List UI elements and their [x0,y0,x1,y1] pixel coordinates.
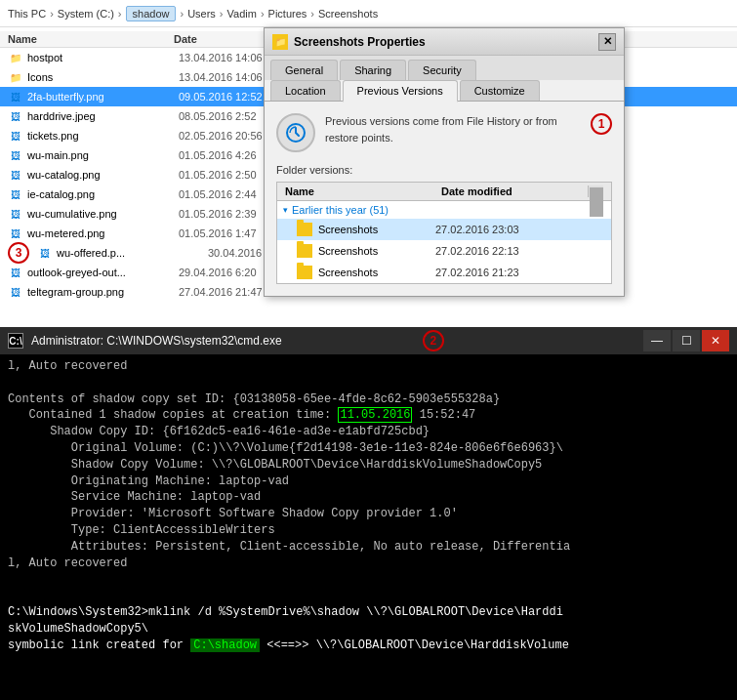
png-icon: 🖼 [8,284,23,300]
dialog-tabs-row2: Location Previous Versions Customize [265,80,624,102]
dialog-titlebar: 📁 Screenshots Properties ✕ [265,28,624,56]
version-name: Screenshots [318,245,435,257]
png-icon: 🖼 [8,186,23,202]
bc-thispc[interactable]: This PC [8,8,46,20]
version-name: Screenshots [318,267,435,278]
png-icon: 🖼 [8,265,23,280]
bc-systemc[interactable]: System (C:) [58,8,114,20]
bc-vadim[interactable]: Vadim [227,8,257,20]
cmd-line: Shadow Copy ID: {6f162dc5-ea16-461e-ad3e… [8,424,729,440]
tab-location[interactable]: Location [270,80,341,101]
file-name: wu-catalog.png [27,169,179,181]
cmd-line: l, Auto recovered [8,556,729,572]
versions-header: Name Date modified [277,183,611,201]
tab-security[interactable]: Security [408,60,476,80]
cmd-line: Service Machine: laptop-vad [8,489,729,506]
version-date: 27.02.2016 23:03 [435,224,603,235]
folder-icon: 📁 [8,50,23,65]
version-folder-icon [297,244,312,258]
tab-sharing[interactable]: Sharing [340,60,406,80]
bc-shadow[interactable]: shadow [126,6,177,21]
cmd-line: skVolumeShadowCopy5\ [8,621,729,638]
breadcrumb: This PC › System (C:) › shadow › Users ›… [0,0,737,27]
file-name: wu-cumulative.png [27,208,179,220]
cmd-line [8,375,729,391]
col-name-header: Name [8,33,174,45]
file-name: hostpot [27,52,179,63]
file-name: teltegram-group.png [27,286,179,298]
close-button[interactable]: ✕ [702,330,729,351]
version-item[interactable]: Screenshots 27.02.2016 23:03 [277,219,611,240]
versions-body: ▾ Earlier this year (51) Screenshots 27.… [277,201,611,283]
cmd-line: symbolic link created for C:\shadow <<==… [8,638,729,654]
folder-title-icon: 📁 [272,34,288,50]
png-icon: 🖼 [8,128,23,144]
version-item[interactable]: Screenshots 27.02.2016 22:13 [277,240,611,262]
cmd-line: Attributes: Persistent, Client-accessibl… [8,539,729,556]
cmd-line: Original Volume: (C:)\\?\Volume{f2d14198… [8,440,729,457]
png-icon: 🖼 [8,206,23,222]
cmd-line: Type: ClientAccessibleWriters [8,522,729,539]
cmd-icon: C:\ [8,333,23,349]
dialog-info: Previous versions come from File History… [276,113,612,152]
file-name: wu-metered.png [27,227,179,239]
file-name: tickets.png [27,130,179,142]
folder-versions-label: Folder versions: [276,164,612,176]
circle-3-annotation: 3 [8,242,29,264]
minimize-button[interactable]: — [643,330,671,351]
cmd-controls: — ☐ ✕ [643,330,729,351]
circle-1-annotation: 1 [591,113,612,135]
cmd-window: C:\ Administrator: C:\WINDOWS\system32\c… [0,327,737,700]
chevron-down-icon: ▾ [283,205,288,215]
version-group-label: Earlier this year (51) [292,204,389,216]
scrollbar-thumb[interactable] [590,187,603,217]
png-icon: 🖼 [8,167,23,183]
file-name: harddrive.jpeg [27,110,179,122]
cmd-line: Contained 1 shadow copies at creation ti… [8,407,729,424]
restore-button[interactable]: ☐ [673,330,700,351]
version-date: 27.02.2016 22:13 [435,245,603,257]
scrollbar[interactable] [588,185,603,197]
properties-dialog: 📁 Screenshots Properties ✕ General Shari… [264,27,625,297]
file-name: wu-main.png [27,149,179,161]
cmd-line: Shadow Copy Volume: \\?\GLOBALROOT\Devic… [8,457,729,474]
version-date: 27.02.2016 21:23 [435,267,603,278]
tab-general[interactable]: General [270,60,338,80]
dialog-body: Previous versions come from File History… [265,102,624,296]
bc-screenshots[interactable]: Screenshots [318,8,378,20]
tab-customize[interactable]: Customize [460,80,540,101]
dialog-info-text: Previous versions come from File History… [325,113,573,145]
file-name: Icons [27,71,179,83]
version-item[interactable]: Screenshots 27.02.2016 21:23 [277,262,611,283]
cmd-line: l, Auto recovered [8,358,729,375]
circle-2-annotation: 2 [423,330,444,351]
vh-name: Name [285,185,441,197]
cmd-line: Originating Machine: laptop-vad [8,474,729,490]
version-folder-icon [297,223,312,236]
cmd-line: C:\Windows\System32>mklink /d %SystemDri… [8,604,729,621]
dialog-close-button[interactable]: ✕ [598,33,616,51]
png-icon: 🖼 [37,245,53,261]
history-icon [276,113,315,152]
cmd-line [8,588,729,604]
cmd-line [8,571,729,588]
cmd-titlebar: C:\ Administrator: C:\WINDOWS\system32\c… [0,327,737,354]
file-name: ie-catalog.png [27,188,179,200]
tab-previous-versions[interactable]: Previous Versions [343,80,458,103]
cmd-line: Contents of shadow copy set ID: {0313805… [8,391,729,408]
png-icon: 🖼 [8,226,23,241]
cmd-body: l, Auto recovered Contents of shadow cop… [0,354,737,700]
jpeg-icon: 🖼 [8,108,23,124]
file-name: wu-offered.p... [57,247,208,259]
file-name: 2fa-butterfly.png [27,91,179,103]
png-icon: 🖼 [8,89,23,104]
version-folder-icon [297,266,312,279]
bc-pictures[interactable]: Pictures [268,8,307,20]
bc-users[interactable]: Users [187,8,216,20]
shadow-link: C:\shadow [190,638,260,652]
version-name: Screenshots [318,224,435,235]
dialog-title: Screenshots Properties [294,35,426,49]
version-group-header[interactable]: ▾ Earlier this year (51) [277,201,611,219]
file-name: outlook-greyed-out... [27,267,179,278]
cmd-title: Administrator: C:\WINDOWS\system32\cmd.e… [31,334,282,348]
